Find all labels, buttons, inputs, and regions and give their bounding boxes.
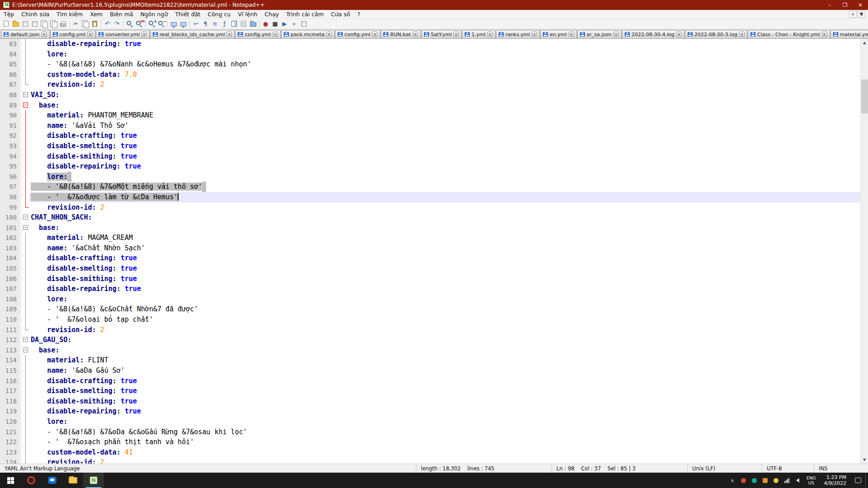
code-line-100[interactable]: 100−CHAT_NHON_SACH: — [0, 212, 860, 223]
code-line-92[interactable]: 92 disable-crafting: true — [0, 131, 860, 141]
tab-close-icon[interactable]: × — [569, 32, 574, 37]
tab-list-button[interactable]: ▼ — [858, 11, 865, 18]
find-button[interactable] — [125, 19, 134, 28]
code-line-101[interactable]: 101− base: — [0, 223, 860, 233]
fold-toggle-icon[interactable]: − — [22, 335, 29, 345]
tab-default-json[interactable]: default.json× — [1, 30, 50, 38]
code-line-117[interactable]: 117 disable-smelting: true — [0, 386, 860, 396]
code-line-111[interactable]: 111 revision-id: 2 — [0, 325, 860, 335]
tray-orange-icon[interactable] — [760, 478, 770, 483]
redo-button[interactable]: ↷ — [112, 19, 122, 28]
code-line-93[interactable]: 93 disable-smelting: true — [0, 141, 860, 151]
cut-button[interactable]: ✂ — [71, 19, 80, 28]
tray-teal-icon[interactable] — [749, 478, 760, 483]
notepad-plus-plus-icon[interactable]: N — [83, 473, 104, 488]
code-line-108[interactable]: 108 lore: — [0, 294, 860, 305]
indent-guide-button[interactable]: ≡ — [210, 19, 220, 28]
code-line-87[interactable]: 87 revision-id: 2 — [0, 80, 860, 90]
vertical-scrollbar[interactable]: ▲ ▼ — [860, 39, 868, 464]
menu-item-9[interactable]: Vĩ lệnh — [234, 10, 261, 19]
run-macro-multiple-button[interactable]: » — [289, 19, 299, 28]
scroll-up-arrow-icon[interactable]: ▲ — [861, 39, 868, 47]
tab-close-icon[interactable]: × — [413, 32, 418, 37]
tab-1-yml[interactable]: 1.yml× — [462, 30, 495, 38]
replace-button[interactable] — [134, 19, 144, 28]
start-button[interactable] — [0, 473, 21, 488]
stop-macro-button[interactable]: ■ — [270, 19, 280, 28]
scroll-down-arrow-icon[interactable]: ▼ — [861, 456, 868, 464]
tab-config-yml[interactable]: config.yml× — [335, 30, 380, 38]
menu-item-1[interactable]: Tệp — [0, 10, 18, 19]
code-line-86[interactable]: 86 custom-model-data: 7.0 — [0, 70, 860, 80]
tab-run-bat[interactable]: RUN.bat× — [381, 30, 420, 38]
code-line-85[interactable]: 85 - '&8(&a!&8) &7&oNanh &c&oHemus &7&ođ… — [0, 59, 860, 70]
tab-en-yml[interactable]: en.yml× — [540, 30, 577, 38]
code-line-121[interactable]: 121 - '&8(&a!&8) &7&oDa &c&oGấu Rừng &7&… — [0, 427, 860, 437]
new-file-button[interactable] — [1, 19, 11, 28]
code-line-98[interactable]: 98 - ' &7&ođược làm từ &cDa Hemus' — [0, 192, 860, 202]
code-line-123[interactable]: 123 custom-model-data: 41 — [0, 447, 860, 458]
code-line-102[interactable]: 102 material: MAGMA_CREAM — [0, 233, 860, 243]
file-explorer-icon[interactable] — [62, 473, 83, 488]
tab-close-icon[interactable]: × — [87, 32, 93, 37]
code-line-112[interactable]: 112−DA_GAU_SO: — [0, 335, 860, 345]
show-desktop-button[interactable] — [865, 473, 868, 488]
eol-format-status[interactable]: Unix (LF) — [687, 464, 762, 473]
tab-converter-yml[interactable]: converter.yml× — [96, 30, 150, 38]
encoding-status[interactable]: UTF-8 — [762, 464, 814, 473]
tab-class-chon-knight-yml[interactable]: Class - Chon - Knight.yml× — [748, 30, 830, 38]
code-line-114[interactable]: 114 material: FLINT — [0, 355, 860, 366]
code-line-83[interactable]: 83 disable-repairing: true — [0, 39, 860, 49]
code-line-119[interactable]: 119 disable-repairing: true — [0, 406, 860, 417]
save-macro-button[interactable] — [299, 19, 308, 28]
code-line-120[interactable]: 120 lore: — [0, 417, 860, 427]
tab-ar-sa-json[interactable]: ar_sa.json× — [577, 30, 622, 38]
tab-close-icon[interactable]: × — [142, 32, 147, 37]
code-line-96[interactable]: 96 lore: — [0, 172, 860, 182]
action-center-button[interactable] — [851, 473, 865, 488]
new-tab-button[interactable]: + — [849, 11, 857, 18]
code-line-124[interactable]: 124 revision-id: 2 — [0, 457, 860, 464]
code-line-90[interactable]: 90 material: PHANTOM_MEMBRANE — [0, 110, 860, 121]
code-line-95[interactable]: 95 disable-repairing: true — [0, 161, 860, 172]
code-line-91[interactable]: 91 name: '&aVải Thô Sơ' — [0, 121, 860, 131]
fold-toggle-icon[interactable]: − — [22, 212, 29, 223]
code-line-88[interactable]: 88−VAI_SO: — [0, 90, 860, 100]
tab-close-icon[interactable]: × — [326, 32, 332, 37]
tab-close-icon[interactable]: × — [372, 32, 377, 37]
code-line-105[interactable]: 105 disable-smelting: true — [0, 263, 860, 274]
clock[interactable]: 1:23 PM 4/9/2022 — [820, 473, 851, 488]
minimize-button[interactable]: – — [822, 0, 837, 10]
close-all-button[interactable] — [49, 19, 58, 28]
fold-toggle-icon[interactable]: − — [22, 90, 29, 100]
print-button[interactable] — [58, 19, 68, 28]
menu-item-6[interactable]: Ngôn ngữ — [137, 10, 172, 19]
tab-close-icon[interactable]: × — [273, 32, 278, 37]
editor-area[interactable]: 83 disable-repairing: true84 lore:85 - '… — [0, 39, 868, 464]
menu-item-7[interactable]: Thiết đặt — [171, 10, 204, 19]
tab-close-icon[interactable]: × — [42, 32, 47, 37]
open-file-button[interactable] — [11, 19, 20, 28]
code-line-103[interactable]: 103 name: '&aChất Nhờn Sạch' — [0, 243, 860, 253]
zoom-in-button[interactable] — [147, 19, 156, 28]
save-file-button[interactable] — [20, 19, 30, 28]
menu-item-3[interactable]: Tìm kiếm — [53, 10, 86, 19]
document-list-button[interactable] — [239, 19, 248, 28]
network-icon[interactable] — [781, 478, 792, 483]
menu-item-11[interactable]: Trình cài cắm — [283, 10, 327, 19]
code-line-106[interactable]: 106 disable-smithing: true — [0, 274, 860, 284]
tab-config-yml[interactable]: config.yml× — [50, 30, 95, 38]
tab-pack-mcmeta[interactable]: pack.mcmeta× — [281, 30, 335, 38]
menu-item-13[interactable]: ? — [354, 10, 364, 19]
code-line-113[interactable]: 113− base: — [0, 345, 860, 356]
tab-close-icon[interactable]: × — [739, 32, 745, 37]
tab-close-icon[interactable]: × — [487, 32, 493, 37]
tab-close-icon[interactable]: × — [676, 32, 682, 37]
function-list-button[interactable]: ƒ — [220, 19, 229, 28]
chat-app-icon[interactable] — [42, 473, 62, 488]
sync-horizontal-scroll-button[interactable] — [179, 19, 188, 28]
word-wrap-button[interactable]: ↩ — [191, 19, 201, 28]
tray-yellow-icon[interactable] — [770, 478, 781, 483]
save-all-button[interactable] — [30, 19, 39, 28]
tab-config-yml[interactable]: config.yml× — [235, 30, 280, 38]
